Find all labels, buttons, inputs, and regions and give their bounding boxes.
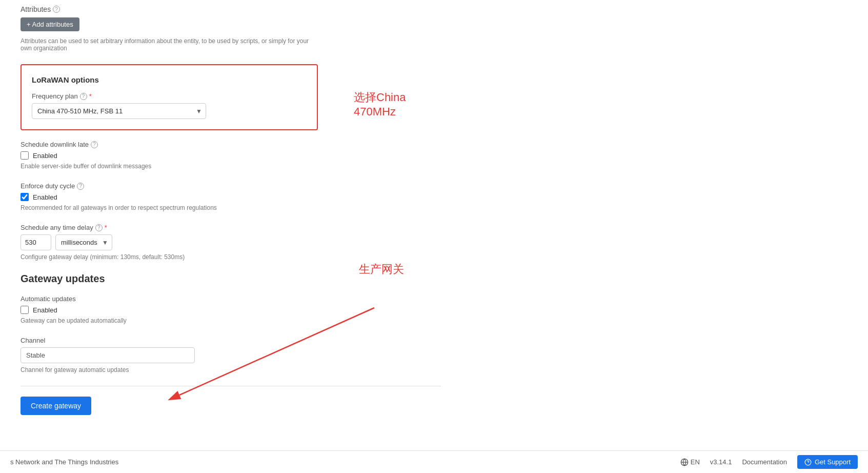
lorawan-title: LoRaWAN options — [32, 75, 307, 84]
enforce-duty-cycle-label: Enforce duty cycle ? — [21, 182, 318, 190]
schedule-downlink-description: Enable server-side buffer of downlink me… — [21, 163, 318, 170]
schedule-delay-unit-wrapper: milliseconds seconds ▼ — [55, 234, 112, 250]
schedule-downlink-checkbox-row: Enabled — [21, 151, 318, 160]
channel-label: Channel — [21, 337, 318, 344]
enforce-duty-cycle-checkbox-row: Enabled — [21, 193, 318, 201]
create-gateway-row: Create gateway — [21, 397, 441, 415]
automatic-updates-label: Automatic updates — [21, 295, 318, 303]
automatic-updates-section: Automatic updates Enabled Gateway can be… — [21, 295, 318, 324]
footer-version: v3.14.1 — [710, 458, 732, 466]
enforce-duty-cycle-section: Enforce duty cycle ? Enabled Recommended… — [21, 182, 318, 211]
schedule-delay-unit-select[interactable]: milliseconds seconds — [55, 234, 112, 250]
form-divider — [21, 386, 441, 386]
lorawan-options-box: LoRaWAN options Frequency plan ? * China… — [21, 64, 318, 130]
schedule-downlink-checkbox[interactable] — [21, 151, 29, 160]
footer-language[interactable]: EN — [680, 458, 700, 466]
schedule-delay-help: Configure gateway delay (minimum: 130ms,… — [21, 253, 318, 261]
automatic-updates-checkbox-label: Enabled — [33, 306, 57, 314]
add-attributes-button[interactable]: + Add attributes — [21, 17, 79, 31]
globe-icon — [680, 458, 689, 466]
gateway-updates-section: Gateway updates Automatic updates Enable… — [21, 273, 441, 373]
annotation-production-label: 生产网关 — [359, 262, 404, 277]
schedule-delay-required: * — [105, 224, 107, 231]
enforce-duty-cycle-checkbox-label: Enabled — [33, 193, 57, 201]
frequency-plan-required: * — [89, 92, 92, 100]
schedule-downlink-checkbox-label: Enabled — [33, 152, 57, 160]
schedule-delay-label: Schedule any time delay ? * — [21, 224, 318, 231]
support-icon — [804, 459, 812, 466]
footer-lang-text: EN — [691, 458, 700, 466]
schedule-delay-row: milliseconds seconds ▼ — [21, 234, 318, 250]
automatic-updates-checkbox[interactable] — [21, 306, 29, 314]
frequency-plan-select-wrapper: China 470-510 MHz, FSB 11 EU 863-870 MHz… — [32, 103, 206, 119]
automatic-updates-description: Gateway can be updated automatically — [21, 317, 318, 324]
annotation-china-label: 选择China 470MHz — [354, 90, 441, 119]
get-support-label: Get Support — [815, 458, 851, 466]
attributes-description: Attributes can be used to set arbitrary … — [21, 37, 318, 52]
create-gateway-button[interactable]: Create gateway — [21, 397, 91, 415]
footer-right: EN v3.14.1 Documentation Get Support — [680, 455, 858, 469]
footer-documentation[interactable]: Documentation — [742, 458, 786, 466]
channel-input[interactable] — [21, 347, 195, 363]
enforce-duty-cycle-description: Recommended for all gateways in order to… — [21, 204, 318, 211]
attributes-label: Attributes ? — [21, 5, 318, 13]
channel-section: Channel Channel for gateway automatic up… — [21, 337, 318, 373]
schedule-downlink-help-icon[interactable]: ? — [91, 141, 98, 148]
frequency-plan-select[interactable]: China 470-510 MHz, FSB 11 EU 863-870 MHz… — [32, 103, 206, 119]
get-support-button[interactable]: Get Support — [797, 455, 858, 469]
attributes-title: Attributes — [21, 5, 51, 13]
schedule-delay-help-icon[interactable]: ? — [95, 224, 103, 231]
frequency-plan-help-icon[interactable]: ? — [80, 93, 87, 100]
automatic-updates-checkbox-row: Enabled — [21, 306, 318, 314]
attributes-section: Attributes ? + Add attributes Attributes… — [21, 5, 318, 52]
schedule-downlink-section: Schedule downlink late ? Enabled Enable … — [21, 141, 318, 170]
footer: s Network and The Things Industries EN v… — [0, 450, 868, 473]
footer-company: s Network and The Things Industries — [10, 458, 118, 466]
enforce-duty-cycle-checkbox[interactable] — [21, 193, 29, 201]
attributes-help-icon[interactable]: ? — [53, 6, 60, 13]
enforce-duty-cycle-help-icon[interactable]: ? — [77, 183, 84, 190]
schedule-delay-section: Schedule any time delay ? * milliseconds… — [21, 224, 318, 261]
schedule-downlink-label: Schedule downlink late ? — [21, 141, 318, 148]
schedule-delay-input[interactable] — [21, 234, 51, 250]
channel-description: Channel for gateway automatic updates — [21, 366, 318, 373]
frequency-plan-label: Frequency plan ? * — [32, 92, 307, 100]
